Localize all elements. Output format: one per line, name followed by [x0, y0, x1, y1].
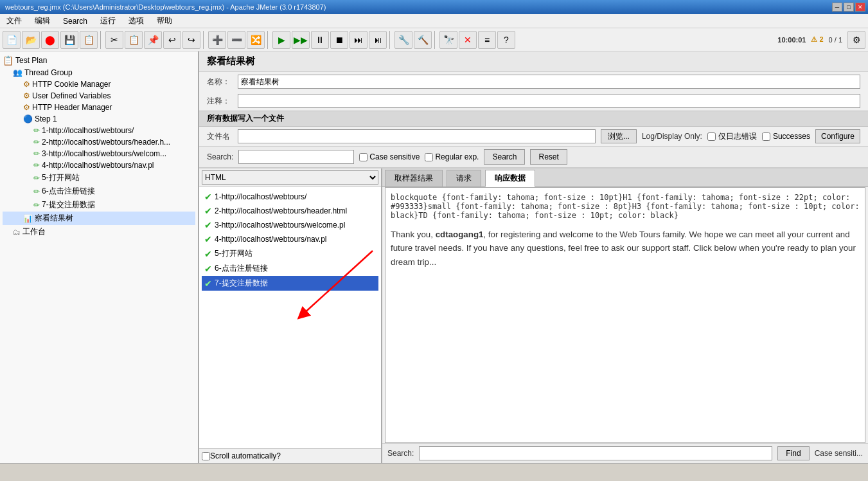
case-sensit-label: Case sensiti...	[815, 449, 863, 458]
open-button[interactable]: 📂	[22, 31, 40, 49]
collapse-button[interactable]: ➖	[227, 31, 245, 49]
pause-button[interactable]: ⏸	[311, 31, 329, 49]
save-button[interactable]: ⬤	[41, 31, 59, 49]
list-item-1-label: 1-http://localhost/webtours/	[215, 192, 306, 201]
tree-node-workbench[interactable]: 🗂 工作台	[3, 225, 195, 239]
s2-icon: ✏	[33, 138, 40, 147]
reset-button[interactable]: Reset	[530, 149, 567, 165]
tree-node-thread-group[interactable]: 👥 Thread Group	[3, 67, 195, 78]
list-item-2[interactable]: ✔ 2-http://localhost/webtours/header.htm…	[202, 204, 378, 218]
s2-label: 2-http://localhost/webtours/header.h...	[42, 138, 170, 147]
tree-node-s2[interactable]: ✏ 2-http://localhost/webtours/header.h..…	[3, 136, 195, 148]
menu-options[interactable]: 选项	[125, 14, 148, 28]
toolbar: 📄 📂 ⬤ 💾 📋 ✂ 📋 📌 ↩ ↪ ➕ ➖ 🔀 ▶ ▶▶ ⏸ ⏹ ⏭ ⏯ 🔧…	[0, 28, 868, 51]
clear-button[interactable]: ✕	[459, 31, 477, 49]
tree-node-test-plan[interactable]: 📋 Test Plan	[3, 54, 195, 67]
error-only-label: 仅日志错误	[718, 131, 757, 142]
tree-node-header[interactable]: ⚙ HTTP Header Manager	[3, 102, 195, 113]
remote-stop-button[interactable]: 🔨	[414, 31, 432, 49]
search-button[interactable]: Search	[484, 149, 525, 165]
minimize-button[interactable]: ─	[832, 3, 842, 12]
file-input[interactable]	[238, 129, 596, 143]
play-button[interactable]: ▶	[272, 31, 290, 49]
tree-node-s3[interactable]: ✏ 3-http://localhost/webtours/welcom...	[3, 148, 195, 159]
copy-button[interactable]: 📋	[125, 31, 143, 49]
redo-button[interactable]: ↪	[182, 31, 200, 49]
error-only-checkbox[interactable]	[707, 132, 716, 141]
revert-button[interactable]: 📋	[80, 31, 98, 49]
successes-checkbox[interactable]	[762, 132, 770, 141]
window-controls: ─ □ ✕	[832, 3, 865, 12]
tree-node-s5[interactable]: ✏ 5-打开网站	[3, 171, 195, 185]
log-label: Log/Display Only:	[642, 132, 702, 141]
bottom-search-input[interactable]	[419, 446, 772, 460]
green-check-3: ✔	[204, 220, 212, 230]
tab-response-data[interactable]: 响应数据	[485, 170, 535, 187]
menu-help[interactable]: 帮助	[153, 14, 176, 28]
case-sensitive-label: Case sensitive	[369, 152, 420, 161]
menu-search[interactable]: Search	[59, 15, 91, 27]
toggle-button[interactable]: 🔀	[247, 31, 265, 49]
menu-run[interactable]: 运行	[96, 14, 120, 28]
html-selector[interactable]: HTML JSON XML Text	[202, 170, 378, 185]
search-label: Search:	[207, 152, 233, 161]
list-item-2-label: 2-http://localhost/webtours/header.html	[215, 206, 347, 215]
list-item-1[interactable]: ✔ 1-http://localhost/webtours/	[202, 190, 378, 204]
tree-node-cookie[interactable]: ⚙ HTTP Cookie Manager	[3, 78, 195, 90]
green-check-5: ✔	[204, 249, 212, 259]
undo-button[interactable]: ↩	[163, 31, 181, 49]
settings-button[interactable]: ⚙	[847, 31, 865, 49]
menu-edit[interactable]: 编辑	[31, 14, 54, 28]
stop-now-button[interactable]: ⏭	[350, 31, 368, 49]
new-button[interactable]: 📄	[3, 31, 21, 49]
tree-node-s1[interactable]: ✏ 1-http://localhost/webtours/	[3, 125, 195, 136]
menu-file[interactable]: 文件	[3, 14, 26, 28]
comment-input[interactable]	[238, 94, 860, 108]
s4-label: 4-http://localhost/webtours/nav.pl	[42, 161, 154, 170]
right-panel: 察看结果树 名称： 注释： 所有数据写入一个文件 文件名 浏览... Log/D…	[199, 51, 868, 463]
stop-button[interactable]: ⏹	[330, 31, 348, 49]
tree-node-s6[interactable]: ✏ 6-点击注册链接	[3, 185, 195, 198]
save-file-button[interactable]: 💾	[60, 31, 78, 49]
tree-node-result[interactable]: 📊 察看结果树	[3, 212, 195, 225]
css-text: blockquote {font-family: tahoma; font-si…	[391, 193, 860, 220]
tab-request[interactable]: 请求	[447, 170, 481, 186]
help-button[interactable]: ?	[497, 31, 515, 49]
case-sensitive-checkbox[interactable]	[359, 153, 368, 161]
search-input[interactable]	[238, 150, 354, 164]
close-button[interactable]: ✕	[855, 3, 865, 12]
list-item-7[interactable]: ✔ 7-提交注册数据	[202, 276, 378, 291]
thread-group-icon: 👥	[13, 68, 22, 77]
list-item-6[interactable]: ✔ 6-点击注册链接	[202, 261, 378, 276]
find-button[interactable]: Find	[777, 446, 809, 460]
functions-button[interactable]: ≡	[478, 31, 496, 49]
maximize-button[interactable]: □	[844, 3, 854, 12]
tab-sampler-result[interactable]: 取样器结果	[385, 170, 443, 186]
list-item-4[interactable]: ✔ 4-http://localhost/webtours/nav.pl	[202, 232, 378, 246]
browse-button[interactable]: 🔭	[439, 31, 457, 49]
list-item-5[interactable]: ✔ 5-打开网站	[202, 246, 378, 261]
tree-node-s7[interactable]: ✏ 7-提交注册数据	[3, 198, 195, 212]
scroll-auto-checkbox[interactable]	[202, 452, 210, 460]
list-item-3[interactable]: ✔ 3-http://localhost/webtours/welcome.pl	[202, 218, 378, 232]
s7-label: 7-提交注册数据	[42, 199, 95, 210]
expand-button[interactable]: ➕	[208, 31, 226, 49]
tree-node-step1[interactable]: 🔵 Step 1	[3, 113, 195, 125]
response-panel: 取样器结果 请求 响应数据 blockquote {font-family: t…	[382, 168, 868, 463]
browse-button[interactable]: 浏览...	[601, 129, 637, 143]
tree-node-s4[interactable]: ✏ 4-http://localhost/webtours/nav.pl	[3, 159, 195, 171]
name-input[interactable]	[238, 75, 860, 89]
workbench-label: 工作台	[22, 226, 46, 237]
play-no-pause-button[interactable]: ▶▶	[292, 31, 310, 49]
s4-icon: ✏	[33, 161, 40, 170]
tree-node-user-vars[interactable]: ⚙ User Defined Variables	[3, 90, 195, 102]
tree-list-panel: HTML JSON XML Text ✔ 1-http://localhost/…	[199, 168, 382, 463]
cut-button[interactable]: ✂	[105, 31, 123, 49]
green-check-1: ✔	[204, 192, 212, 202]
user-vars-icon: ⚙	[23, 91, 30, 100]
configure-button[interactable]: Configure	[815, 129, 860, 143]
shutdown-button[interactable]: ⏯	[369, 31, 387, 49]
remote-start-button[interactable]: 🔧	[394, 31, 412, 49]
regex-checkbox[interactable]	[425, 153, 433, 161]
paste-button[interactable]: 📌	[144, 31, 162, 49]
